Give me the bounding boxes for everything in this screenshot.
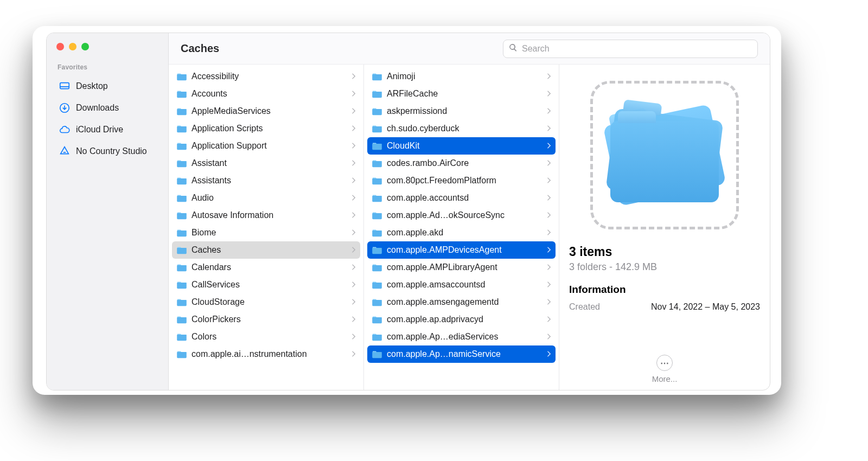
download-icon [59,102,71,114]
folder-row[interactable]: com.apple.Ap…ediaServices [367,328,556,345]
finder-window: Favorites DesktopDownloadsiCloud DriveNo… [46,33,770,390]
chevron-right-icon [547,280,551,289]
folder-label: Assistant [192,158,348,168]
info-value: Nov 14, 2022 – May 5, 2023 [651,302,760,312]
sidebar-item-downloads[interactable]: Downloads [54,97,163,119]
folder-row[interactable]: Animoji [367,68,556,85]
chevron-right-icon [352,211,356,220]
search-field[interactable] [503,40,758,58]
chevron-right-icon [352,159,356,168]
chevron-right-icon [547,350,551,358]
folder-row[interactable]: Calendars [172,259,360,276]
folder-icon [176,298,187,306]
folder-row[interactable]: CloudKit [367,137,556,155]
chevron-right-icon [547,298,551,306]
chevron-right-icon [352,263,356,272]
folder-icon [176,315,187,324]
folder-row[interactable]: Application Support [172,137,360,155]
folder-label: com.apple.amsengagementd [387,297,543,307]
chevron-right-icon [352,72,356,81]
folder-icon [176,280,187,289]
folder-icon [372,194,382,202]
svg-rect-0 [60,83,69,89]
folder-row[interactable]: com.apple.Ap…namicService [367,345,556,363]
folder-row[interactable]: com.apple.Ad…okSourceSync [367,207,556,224]
folder-row[interactable]: Biome [172,224,360,241]
chevron-right-icon [352,350,356,358]
column-1: AnimojiARFileCacheaskpermissiondch.sudo.… [364,65,559,390]
folder-icon [372,280,382,289]
minimize-window-button[interactable] [69,43,76,50]
folder-icon [372,315,382,324]
folder-label: com.apple.AMPDevicesAgent [387,245,543,255]
folder-label: codes.rambo.AirCore [387,158,543,168]
folder-row[interactable]: CallServices [172,276,360,293]
folder-icon [372,159,382,168]
folder-label: Application Support [192,141,348,151]
folder-label: com.apple.amsaccountsd [387,280,543,290]
folder-row[interactable]: com.apple.amsaccountsd [367,276,556,293]
chevron-right-icon [547,89,551,98]
folder-row[interactable]: Autosave Information [172,207,360,224]
chevron-right-icon [352,315,356,324]
folder-row[interactable]: Audio [172,189,360,207]
folder-row[interactable]: Caches [172,241,360,259]
folder-row[interactable]: ColorPickers [172,311,360,328]
folder-icon [372,332,382,341]
folder-row[interactable]: Application Scripts [172,120,360,137]
folder-label: com.apple.ai…nstrumentation [192,349,348,359]
folder-label: com.apple.Ap…ediaServices [387,332,543,342]
folder-row[interactable]: codes.rambo.AirCore [367,155,556,172]
sidebar-item-icloud-drive[interactable]: iCloud Drive [54,119,163,140]
folder-row[interactable]: AppleMediaServices [172,103,360,120]
folder-row[interactable]: Colors [172,328,360,345]
close-window-button[interactable] [56,43,64,50]
folder-row[interactable]: com.apple.AMPLibraryAgent [367,259,556,276]
folder-icon [176,72,187,81]
folder-row[interactable]: Assistant [172,155,360,172]
chevron-right-icon [547,263,551,272]
folder-label: com.apple.akd [387,228,543,238]
folder-row[interactable]: Accounts [172,85,360,103]
preview-thumbnail [586,76,743,234]
folder-row[interactable]: ARFileCache [367,85,556,103]
folder-label: com.80pct.FreedomPlatform [387,176,543,185]
folder-row[interactable]: askpermissiond [367,103,556,120]
more-label: More... [652,374,678,383]
folder-label: CloudStorage [192,297,348,307]
chevron-right-icon [547,124,551,133]
zoom-window-button[interactable] [81,43,89,50]
search-input[interactable] [522,44,752,54]
folder-icon [372,298,382,306]
folder-row[interactable]: com.apple.ap.adprivacyd [367,311,556,328]
chevron-right-icon [352,280,356,289]
folder-label: com.apple.accountsd [387,193,543,203]
folder-row[interactable]: com.apple.accountsd [367,189,556,207]
folder-icon [372,89,382,98]
folder-row[interactable]: Accessibility [172,68,360,85]
folder-icon [176,89,187,98]
folder-row[interactable]: ch.sudo.cyberduck [367,120,556,137]
folder-icon [372,124,382,133]
folder-icon [372,107,382,116]
folder-row[interactable]: com.apple.amsengagementd [367,293,556,311]
folder-row[interactable]: com.apple.AMPDevicesAgent [367,241,556,259]
folder-icon [176,228,187,237]
folder-row[interactable]: com.80pct.FreedomPlatform [367,172,556,189]
folder-icon [372,72,382,81]
preview-panel: 3 items 3 folders - 142.9 MB Information… [559,65,770,390]
window-title: Caches [181,42,219,55]
more-actions-button[interactable]: ⋯ [656,355,673,371]
preview-item-count: 3 items [569,245,760,259]
folder-row[interactable]: com.apple.akd [367,224,556,241]
folder-label: Caches [192,245,348,255]
folder-label: Application Scripts [192,124,348,133]
sidebar-item-no-country-studio[interactable]: No Country Studio [54,140,163,162]
folder-label: CallServices [192,280,348,290]
sidebar-item-desktop[interactable]: Desktop [54,75,163,97]
folder-row[interactable]: com.apple.ai…nstrumentation [172,345,360,363]
folder-label: com.apple.AMPLibraryAgent [387,262,543,272]
folder-icon [372,246,382,254]
folder-row[interactable]: CloudStorage [172,293,360,311]
folder-row[interactable]: Assistants [172,172,360,189]
